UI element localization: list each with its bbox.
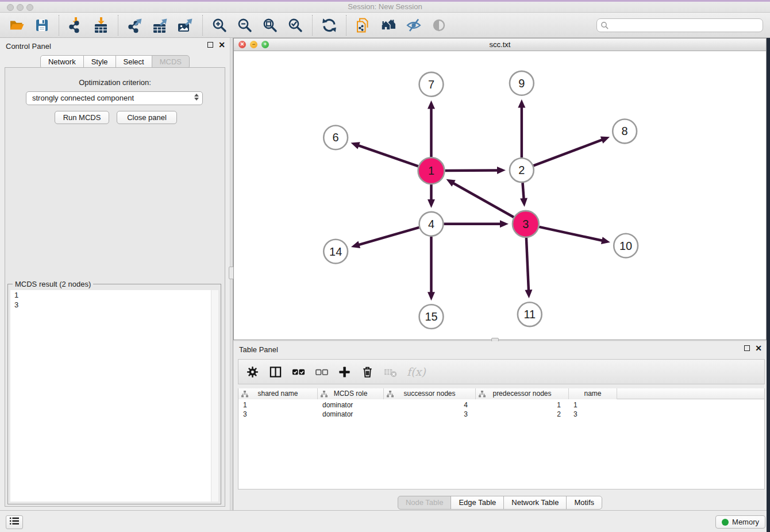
share-session-icon[interactable] xyxy=(355,17,372,34)
graph-edge-1-2[interactable] xyxy=(445,170,498,171)
control-panel-header: Control Panel ✕ xyxy=(0,38,230,54)
toolbar-group xyxy=(59,15,118,36)
edge-arrowhead xyxy=(600,137,610,144)
graph-node-label: 11 xyxy=(523,308,536,321)
table-panel-tabs: Node TableEdge TableNetwork TableMotifs xyxy=(233,496,767,510)
search-input[interactable] xyxy=(596,18,763,32)
memory-button[interactable]: Memory xyxy=(715,515,765,529)
graph-node-label: 1 xyxy=(428,164,434,177)
select-all-icon[interactable] xyxy=(292,365,305,379)
import-network-icon[interactable] xyxy=(67,17,84,34)
table-row[interactable]: 1dominator411 xyxy=(238,400,764,410)
column-header-MCDS-role[interactable]: MCDS role xyxy=(318,388,384,399)
zoom-out-icon[interactable] xyxy=(236,17,253,34)
table-toolbar: f(x) xyxy=(238,359,765,384)
table-row[interactable]: 3dominator323 xyxy=(238,410,764,419)
graph-edge-2-3[interactable] xyxy=(522,183,523,199)
toolbar-group xyxy=(0,15,59,36)
edge-arrowhead xyxy=(351,142,360,149)
export-table-icon[interactable] xyxy=(152,17,169,34)
edge-arrowhead xyxy=(351,241,360,248)
toolbar-group xyxy=(118,15,202,36)
add-entry-icon[interactable] xyxy=(338,365,351,379)
zoom-fit-icon[interactable] xyxy=(261,17,279,34)
table-panel-float-icon[interactable] xyxy=(744,345,750,351)
edge-arrowhead xyxy=(428,101,435,109)
column-header-predecessor-nodes[interactable]: predecessor nodes xyxy=(476,388,569,399)
toggle-graphics-details-icon[interactable] xyxy=(405,17,422,34)
zoom-selected-icon[interactable] xyxy=(287,17,304,34)
search-icon xyxy=(600,21,609,32)
memory-status-icon xyxy=(722,519,729,526)
graph-edge-3-10[interactable] xyxy=(539,227,603,241)
import-table-icon[interactable] xyxy=(93,17,110,34)
graph-node-label: 10 xyxy=(619,240,632,252)
mcds-panel-body: Optimization criterion: strongly connect… xyxy=(5,67,225,507)
graph-edge-3-1[interactable] xyxy=(453,183,514,217)
mcds-result-list[interactable]: 13 xyxy=(10,290,218,502)
toolbar-group xyxy=(202,15,312,36)
close-panel-button[interactable]: Close panel xyxy=(117,111,177,124)
network-canvas[interactable]: 7968124314101511 xyxy=(234,51,766,340)
apply-layout-icon[interactable] xyxy=(321,17,338,34)
graph-edge-3-11[interactable] xyxy=(526,238,529,291)
optimization-criterion-label: Optimization criterion: xyxy=(5,78,225,87)
tab-edge-table[interactable]: Edge Table xyxy=(451,496,504,510)
home-icon[interactable] xyxy=(380,17,397,34)
zoom-in-icon[interactable] xyxy=(211,17,228,34)
tab-node-table[interactable]: Node Table xyxy=(398,496,452,510)
edge-arrowhead xyxy=(428,292,435,300)
column-header-shared-name[interactable]: shared name xyxy=(238,388,318,399)
column-header-successor-nodes[interactable]: successor nodes xyxy=(384,388,476,399)
control-panel-close-icon[interactable]: ✕ xyxy=(218,42,225,48)
control-panel-float-icon[interactable] xyxy=(207,42,213,48)
column-header-name[interactable]: name xyxy=(569,388,617,399)
save-session-icon[interactable] xyxy=(33,17,51,34)
run-mcds-button[interactable]: Run MCDS xyxy=(55,111,109,124)
main-toolbar xyxy=(0,13,770,38)
tab-motifs[interactable]: Motifs xyxy=(566,496,602,510)
settings-icon[interactable] xyxy=(246,365,259,379)
graph-edge-4-14[interactable] xyxy=(358,228,419,245)
edge-arrowhead xyxy=(428,199,435,208)
search-box xyxy=(596,18,763,32)
table-cell: dominator xyxy=(318,400,384,410)
status-bar: Memory xyxy=(0,510,770,532)
graph-edge-1-6[interactable] xyxy=(358,145,418,167)
open-session-icon[interactable] xyxy=(8,17,25,34)
edge-arrowhead xyxy=(520,198,528,207)
control-panel: Control Panel ✕ NetworkStyleSelectMCDS O… xyxy=(0,38,230,510)
mcds-result-title: MCDS result (2 nodes) xyxy=(13,280,93,288)
table-panel: Table Panel ✕ f(x) shared nameMCDS roles… xyxy=(233,341,767,510)
tab-network-table[interactable]: Network Table xyxy=(503,496,567,510)
graph-node-label: 8 xyxy=(622,125,628,137)
table-cell: 2 xyxy=(476,410,569,419)
export-image-icon[interactable] xyxy=(177,17,194,34)
split-panel-icon[interactable] xyxy=(269,365,282,379)
table-cell: 3 xyxy=(238,410,318,419)
table-cell: 1 xyxy=(476,400,569,410)
mcds-result-item[interactable]: 3 xyxy=(10,300,218,310)
table-panel-close-icon[interactable]: ✕ xyxy=(755,345,762,351)
edge-arrowhead xyxy=(525,290,532,298)
window-title: Session: New Session xyxy=(0,2,770,11)
delete-entry-icon[interactable] xyxy=(361,365,374,379)
result-scrollbar[interactable] xyxy=(211,290,218,502)
toolbar-group xyxy=(346,15,456,36)
network-view-window: ✕ − + scc.txt 7968124314101511 xyxy=(233,38,767,340)
function-builder-icon: f(x) xyxy=(407,365,426,378)
deselect-all-icon[interactable] xyxy=(315,365,328,379)
graph-edge-2-8[interactable] xyxy=(533,140,603,166)
graph-node-label: 7 xyxy=(428,78,434,91)
right-column: ✕ − + scc.txt 7968124314101511 Table Pan… xyxy=(233,38,767,510)
optimization-criterion-select[interactable]: strongly connected component xyxy=(26,91,203,105)
mcds-result-item[interactable]: 1 xyxy=(10,290,218,300)
table-cell: 1 xyxy=(238,400,318,410)
show-panels-button[interactable] xyxy=(6,515,23,529)
eye-disabled-icon xyxy=(430,17,448,34)
table-cell: 3 xyxy=(384,410,476,419)
column-type-icon xyxy=(321,390,328,400)
column-type-icon xyxy=(241,390,248,400)
export-network-icon[interactable] xyxy=(126,17,144,34)
table-panel-title: Table Panel xyxy=(239,345,278,354)
